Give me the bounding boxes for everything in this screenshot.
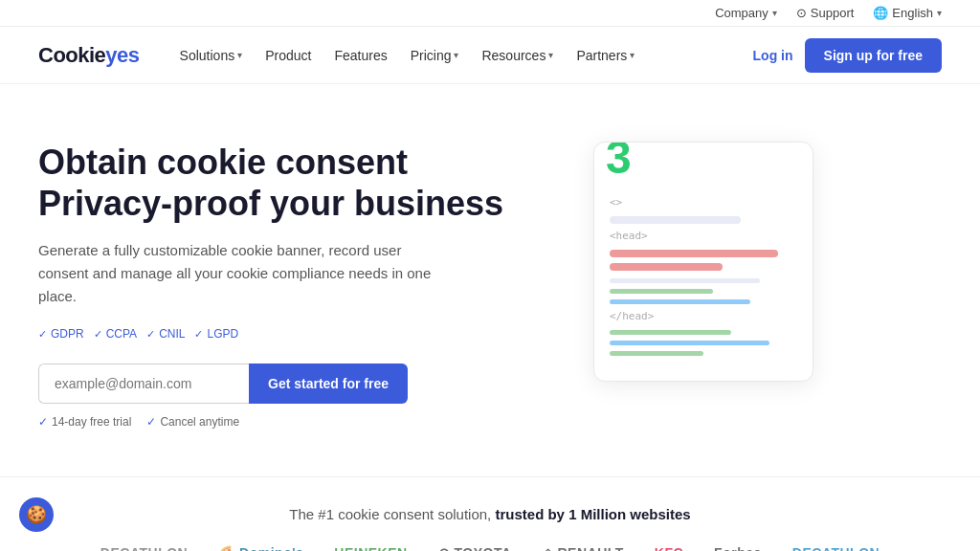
- company-chevron: ▾: [772, 8, 777, 18]
- cookie-emoji: 🍪: [26, 504, 47, 525]
- hero-title-line2: Privacy-proof your business: [38, 184, 503, 223]
- nav-partners[interactable]: Partners ▾: [567, 42, 644, 69]
- code-line-9: [610, 351, 703, 356]
- ccpa-check: ✓: [94, 328, 102, 341]
- code-line-5: [610, 289, 713, 294]
- email-input[interactable]: [38, 364, 249, 404]
- nav-actions: Log in Sign up for free: [753, 38, 942, 73]
- partners-chevron: ▾: [630, 50, 635, 60]
- hero-description: Generate a fully customizable cookie ban…: [38, 239, 440, 308]
- hero-right: 3 <> <head> </head>: [593, 142, 813, 382]
- solutions-chevron: ▾: [237, 50, 242, 60]
- cnil-label: CNIL: [159, 327, 185, 341]
- gdpr-label: GDPR: [51, 327, 84, 341]
- company-label: Company: [715, 6, 768, 20]
- solutions-label: Solutions: [180, 48, 235, 63]
- brand-logos: DECATHLON 🍕 Domino's HEINEKEN ⊙ TOYOTA ◇…: [38, 545, 942, 551]
- code-card: 3 <> <head> </head>: [593, 142, 813, 382]
- code-tag-open: <>: [610, 196, 797, 209]
- brand-kfc: KFC: [655, 545, 683, 551]
- badge-lgpd: ✓ LGPD: [194, 327, 238, 341]
- cancel-note: ✓ Cancel anytime: [146, 415, 239, 429]
- pricing-label: Pricing: [411, 48, 452, 63]
- code-line-3: [610, 263, 723, 271]
- company-menu[interactable]: Company ▾: [715, 6, 777, 20]
- code-tag-head: <head>: [610, 230, 797, 242]
- cancel-label: Cancel anytime: [160, 415, 239, 429]
- free-trial-note: ✓ 14-day free trial: [38, 415, 131, 429]
- logo[interactable]: Cookieyes: [38, 43, 140, 68]
- nav-resources[interactable]: Resources ▾: [472, 42, 563, 69]
- cookie-consent-icon[interactable]: 🍪: [19, 497, 54, 532]
- resources-label: Resources: [481, 48, 546, 63]
- code-preview: <> <head> </head>: [610, 196, 797, 356]
- badge-gdpr: ✓ GDPR: [38, 327, 84, 341]
- lgpd-label: LGPD: [207, 327, 238, 341]
- pricing-chevron: ▾: [454, 50, 458, 60]
- top-bar: Company ▾ ⊙ Support 🌐 English ▾: [0, 0, 980, 27]
- partners-label: Partners: [576, 48, 627, 63]
- gdpr-check: ✓: [38, 328, 47, 341]
- main-nav: Cookieyes Solutions ▾ Product Features P…: [0, 27, 980, 84]
- hero-title-line1: Obtain cookie consent: [38, 143, 408, 182]
- nav-product[interactable]: Product: [256, 42, 321, 69]
- email-form: Get started for free: [38, 364, 536, 404]
- brand-forbes: Forbes: [714, 545, 762, 551]
- product-label: Product: [265, 48, 311, 63]
- features-label: Features: [334, 48, 387, 63]
- language-menu[interactable]: 🌐 English ▾: [873, 6, 942, 20]
- trial-check-icon: ✓: [38, 415, 48, 429]
- cnil-check: ✓: [146, 328, 155, 341]
- trial-label: 14-day free trial: [52, 415, 131, 429]
- brand-decathlon-second: DECATHLON: [792, 545, 880, 551]
- brand-toyota: ⊙ TOYOTA: [438, 545, 512, 551]
- brand-dominos: 🍕 Domino's: [218, 545, 303, 551]
- cancel-check-icon: ✓: [146, 415, 156, 429]
- ccpa-label: CCPA: [106, 327, 137, 341]
- code-tag-close: </head>: [610, 310, 797, 322]
- code-line-8: [610, 341, 769, 345]
- nav-links: Solutions ▾ Product Features Pricing ▾ R…: [170, 42, 753, 69]
- resources-chevron: ▾: [548, 50, 553, 60]
- language-label: English: [892, 6, 933, 20]
- code-line-1: [610, 216, 741, 224]
- badge-ccpa: ✓ CCPA: [94, 327, 137, 341]
- step-number: 3: [606, 142, 632, 181]
- logo-cookie-part: Cookie: [38, 43, 105, 67]
- language-chevron: ▾: [937, 8, 942, 18]
- get-started-button[interactable]: Get started for free: [249, 364, 408, 404]
- login-button[interactable]: Log in: [753, 48, 793, 63]
- badge-cnil: ✓ CNIL: [146, 327, 185, 341]
- brand-heineken: HEINEKEN: [334, 545, 407, 551]
- compliance-badges: ✓ GDPR ✓ CCPA ✓ CNIL ✓ LGPD: [38, 327, 536, 341]
- logo-text: Cookieyes: [38, 43, 140, 68]
- code-line-4: [610, 278, 760, 283]
- nav-solutions[interactable]: Solutions ▾: [170, 42, 253, 69]
- hero-title: Obtain cookie consent Privacy-proof your…: [38, 142, 536, 224]
- nav-features[interactable]: Features: [324, 42, 396, 69]
- signup-button[interactable]: Sign up for free: [805, 38, 942, 73]
- lgpd-check: ✓: [194, 328, 203, 341]
- trusted-text: The #1 cookie consent solution, trusted …: [38, 506, 942, 522]
- trusted-text-bold: trusted by 1 Million websites: [495, 506, 690, 522]
- trusted-section: The #1 cookie consent solution, trusted …: [0, 476, 980, 551]
- trusted-text-before: The #1 cookie consent solution,: [289, 506, 495, 522]
- brand-decathlon-first: DECATHLON: [100, 545, 188, 551]
- globe-icon: 🌐: [873, 6, 888, 20]
- support-label: Support: [811, 6, 855, 20]
- hero-left: Obtain cookie consent Privacy-proof your…: [38, 142, 536, 429]
- support-icon: ⊙: [796, 6, 807, 20]
- nav-pricing[interactable]: Pricing ▾: [401, 42, 469, 69]
- form-notes: ✓ 14-day free trial ✓ Cancel anytime: [38, 415, 536, 429]
- support-link[interactable]: ⊙ Support: [796, 6, 855, 20]
- logo-yes-part: yes: [105, 43, 139, 67]
- hero-section: Obtain cookie consent Privacy-proof your…: [0, 84, 980, 476]
- brand-renault: ◇ RENAULT: [543, 545, 624, 551]
- code-line-2: [610, 250, 778, 257]
- code-line-7: [610, 330, 731, 335]
- code-line-6: [610, 299, 750, 304]
